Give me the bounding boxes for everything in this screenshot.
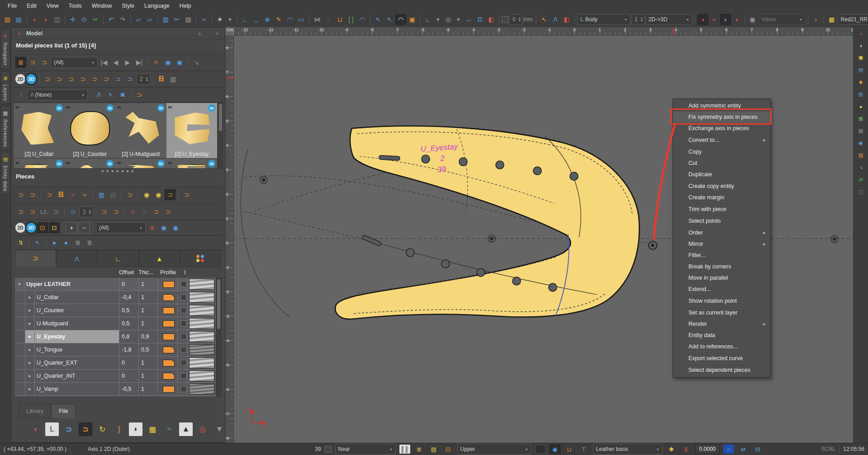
menu-item[interactable]: File	[3, 3, 22, 9]
row-expand-arrow[interactable]: ►	[25, 304, 34, 317]
rotation-center-icon[interactable]: ◎	[443, 14, 454, 25]
axes-icon[interactable]: ∟	[422, 14, 433, 25]
rotation-dropdown-icon[interactable]: ▼	[454, 15, 463, 24]
texture-thumbnail[interactable]	[189, 384, 214, 394]
layer-unlock-icon[interactable]: ⊔	[564, 445, 575, 454]
list-remove-icon[interactable]: ≣	[84, 237, 95, 248]
thickness-value[interactable]: 0,9	[138, 330, 157, 343]
near-select[interactable]: Near▼	[335, 444, 396, 455]
eye-piece-icon[interactable]: ⊃	[165, 189, 175, 200]
context-menu-item[interactable]: Duplicate	[673, 169, 770, 181]
material-gear-icon[interactable]: ✱	[666, 445, 677, 454]
measure-corner-icon[interactable]: ∟	[239, 14, 250, 25]
material-select[interactable]: Leather basic▼	[593, 444, 663, 455]
red-ring-icon[interactable]: ◎	[196, 422, 209, 436]
context-menu-item[interactable]: Select dependent pieces	[673, 365, 770, 376]
import-model-icon[interactable]: ◖	[29, 14, 40, 25]
tab-points[interactable]: Λ	[56, 250, 97, 267]
side-panel-tab[interactable]: ☀ Navigator	[0, 29, 10, 69]
pencil-icon[interactable]: ✎	[273, 14, 284, 25]
zoom-selection-icon[interactable]: ✳	[151, 57, 161, 68]
piece-texture-icon[interactable]: ⊡	[49, 222, 60, 233]
piece-remove-icon[interactable]: ⊃	[27, 189, 38, 200]
entity-add-icon[interactable]: ⊃	[15, 206, 26, 217]
texture-thumbnail[interactable]	[189, 292, 214, 303]
right-tool-icon[interactable]: ⇄	[857, 175, 865, 184]
unlock-icon[interactable]: ⊔	[334, 14, 345, 25]
arc-tool-icon[interactable]: ◡	[251, 14, 261, 25]
side-panel-tab[interactable]: ≣ Layers	[0, 71, 10, 104]
flatten-piece-icon[interactable]: ⊃	[101, 74, 112, 84]
node-handle-icon[interactable]: ◌	[323, 14, 334, 25]
tab-profile[interactable]: ▲	[139, 250, 180, 267]
select-list-cursor-icon[interactable]: ↖	[32, 237, 43, 248]
profile-swatch[interactable]	[163, 373, 175, 380]
view-2d-shoe-icon[interactable]: ◖	[697, 14, 708, 25]
right-tool-icon[interactable]: ↘	[857, 163, 865, 172]
profile-swatch[interactable]	[163, 386, 175, 393]
right-tool-icon[interactable]: ▦	[857, 114, 865, 123]
offset-value[interactable]: -0,5	[119, 383, 138, 395]
i-checkbox[interactable]	[180, 373, 187, 379]
right-tool-icon[interactable]: ▢	[857, 188, 865, 196]
light-add-icon[interactable]: ☀	[214, 14, 225, 25]
tab-pieces[interactable]: ⊃	[15, 250, 56, 267]
side-panel-tab[interactable]: ▥ References	[0, 106, 10, 150]
offset-value[interactable]: 0,8	[119, 330, 138, 343]
eyestay-piece[interactable]	[335, 126, 639, 319]
right-tool-icon[interactable]: ◑	[857, 41, 865, 50]
association-select[interactable]: Λ (None)▼	[27, 89, 88, 100]
right-tool-icon[interactable]: ◉	[857, 139, 865, 147]
model-lamp-icon[interactable]: ◫	[52, 14, 62, 25]
right-tool-icon[interactable]: ▣	[857, 53, 865, 62]
context-menu-item[interactable]: Entity data	[673, 330, 770, 341]
piece-split-icon[interactable]: ⊃	[181, 189, 192, 200]
show-all-eye-icon[interactable]: ◉	[162, 57, 173, 68]
piece-thumbnail[interactable]: ∞ 3D	[166, 159, 218, 168]
panel-divider-handle[interactable]: ■ ■ ■ ■ ■ ■ ■	[13, 169, 223, 173]
orange-piece-icon[interactable]: ⊃	[79, 422, 92, 436]
row-expand-arrow[interactable]: ►	[25, 383, 34, 395]
profile-swatch[interactable]	[163, 320, 175, 327]
export-pieces-icon[interactable]: ↘	[191, 57, 202, 68]
thickness-value[interactable]: 1	[138, 356, 157, 369]
table-row[interactable]: ► U_Quarter_INT 0 1	[15, 370, 216, 383]
i-checkbox[interactable]	[180, 294, 187, 300]
pieces-hide-icon[interactable]: ◉	[170, 222, 181, 233]
profile-swatch[interactable]	[163, 281, 175, 288]
side-panel-tab[interactable]: ▤ Entity data	[0, 152, 10, 194]
menu-item[interactable]: Language	[139, 3, 175, 9]
model-filter-select[interactable]: (All)▼	[51, 57, 98, 68]
zoom-icon[interactable]: ⊙	[79, 14, 90, 25]
thickness-value[interactable]: 1	[138, 370, 157, 382]
open-folder-icon[interactable]: ▨	[2, 14, 13, 25]
context-menu-item[interactable]: Move in parallel	[673, 272, 770, 284]
context-menu-item[interactable]: Set as current layer	[673, 307, 770, 319]
renumber-icon[interactable]: ⊃	[51, 206, 62, 217]
i-checkbox[interactable]	[180, 320, 187, 327]
menu-item[interactable]: Window	[87, 3, 117, 9]
entity-ghost-icon[interactable]: ⊃	[139, 206, 150, 217]
table-row[interactable]: ► U_Eyestay 0,8 0,9	[15, 330, 216, 343]
i-checkbox[interactable]	[180, 281, 187, 287]
thickness-value[interactable]: 1	[138, 317, 157, 330]
thumbnail-scrollbar[interactable]	[218, 103, 223, 169]
thickness-value[interactable]: 1	[138, 304, 157, 317]
colorway-select[interactable]: Red21_RRSS02▼	[838, 14, 868, 25]
entity-x-icon[interactable]: ⊃	[151, 206, 162, 217]
row-expand-arrow[interactable]: ►	[25, 370, 34, 382]
piece-thumbnail[interactable]: ∞ 3D	[65, 159, 116, 168]
body-select[interactable]: L Body▼	[577, 14, 631, 25]
view-2d-button[interactable]: 2D	[15, 74, 25, 84]
layer-color-swatch[interactable]	[535, 445, 546, 454]
entity-add-lining-icon[interactable]: ⊃	[67, 206, 78, 217]
expand-all-icon[interactable]: +	[66, 222, 77, 234]
row-expand-arrow[interactable]: ►	[25, 291, 34, 304]
blue-piece-icon[interactable]: ⊃	[62, 422, 76, 436]
context-menu-item[interactable]: Extend...	[673, 284, 770, 296]
layers-icon[interactable]: ≣	[414, 445, 425, 454]
table-row[interactable]: ► U_Counter 0,5 1	[15, 304, 216, 317]
right-tool-icon[interactable]: ▤	[857, 66, 865, 74]
pieces-zoom-selection-icon[interactable]: ✳	[147, 222, 157, 233]
i-checkbox[interactable]	[180, 307, 187, 314]
